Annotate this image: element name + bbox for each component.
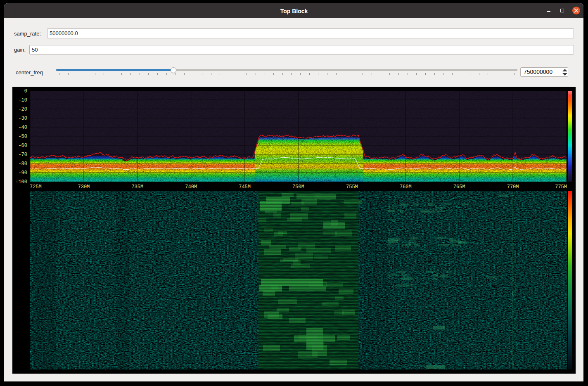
svg-text:730M: 730M	[78, 184, 90, 190]
svg-text:-100: -100	[15, 179, 27, 185]
svg-text:-90: -90	[18, 170, 27, 176]
svg-text:-70: -70	[18, 152, 27, 158]
svg-text:745M: 745M	[239, 184, 251, 190]
svg-text:765M: 765M	[453, 184, 465, 190]
svg-text:-40: -40	[18, 125, 27, 130]
svg-text:770M: 770M	[507, 184, 519, 190]
svg-text:775M: 775M	[555, 184, 567, 190]
svg-text:750M: 750M	[292, 184, 304, 190]
svg-text:-60: -60	[18, 143, 27, 149]
svg-text:-20: -20	[18, 107, 27, 112]
svg-text:735M: 735M	[131, 184, 143, 190]
svg-text:755M: 755M	[346, 184, 358, 190]
svg-text:760M: 760M	[400, 184, 412, 190]
svg-text:725M: 725M	[30, 184, 42, 190]
svg-text:-50: -50	[18, 134, 27, 140]
svg-text:-30: -30	[18, 116, 27, 121]
svg-text:-80: -80	[18, 161, 27, 167]
svg-text:0: 0	[24, 88, 27, 94]
svg-text:-10: -10	[18, 97, 27, 103]
svg-text:740M: 740M	[185, 184, 197, 190]
